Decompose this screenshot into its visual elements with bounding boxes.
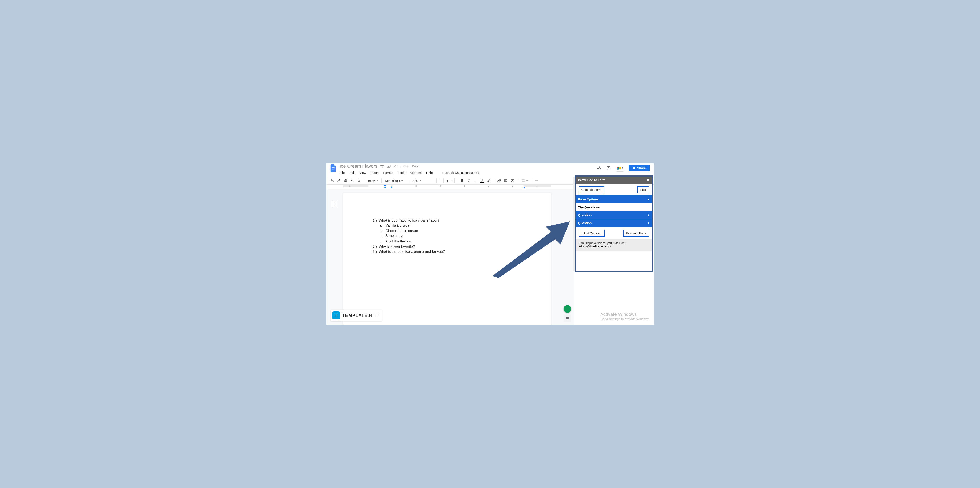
scrollbar-track[interactable]: [573, 176, 575, 271]
ruler-num: 4: [464, 185, 465, 187]
style-dropdown[interactable]: Normal text: [383, 179, 407, 183]
svg-point-11: [537, 180, 538, 181]
outline-toggle-icon[interactable]: [331, 201, 337, 207]
template-net-text: TEMPLATE.NET: [342, 313, 379, 318]
the-questions-label: The Questions: [576, 203, 652, 211]
footer-text: Can I improve this for you? Mail Me:: [579, 242, 625, 245]
form-options-section[interactable]: Form Options+: [576, 196, 652, 203]
indent-left-marker[interactable]: [384, 187, 386, 189]
star-icon[interactable]: [380, 164, 384, 168]
footer-email-link[interactable]: adons@livefiredev.com: [579, 245, 611, 248]
doc-line: b. Chocolate ice cream: [373, 228, 445, 234]
svg-point-10: [536, 180, 537, 181]
ruler-num: 3: [440, 185, 441, 187]
align-dropdown[interactable]: [520, 179, 529, 183]
separator: [531, 178, 531, 183]
menu-tools[interactable]: Tools: [398, 171, 405, 175]
addon-title: Better Doc To Form: [578, 178, 605, 182]
plus-icon: +: [648, 197, 649, 201]
underline-icon[interactable]: U: [473, 178, 478, 184]
close-icon[interactable]: ✕: [646, 178, 649, 183]
menu-bar: File Edit View Insert Format Tools Add-o…: [340, 169, 479, 175]
add-comment-icon[interactable]: [503, 178, 509, 184]
document-canvas: 1.) What is your favorite ice cream flav…: [326, 189, 574, 325]
separator: [494, 178, 494, 183]
title-bar: Ice Cream Flavors Saved to Drive File Ed…: [326, 163, 654, 177]
app-window: Ice Cream Flavors Saved to Drive File Ed…: [326, 163, 654, 325]
font-size-value[interactable]: 11: [444, 178, 450, 183]
font-dropdown[interactable]: Arial: [411, 179, 434, 183]
question-section-1[interactable]: Question+: [576, 211, 652, 219]
menu-edit[interactable]: Edit: [349, 171, 355, 175]
ruler-num: 1: [349, 185, 351, 187]
spellcheck-icon[interactable]: [349, 178, 355, 184]
bold-icon[interactable]: B: [459, 178, 465, 184]
help-button[interactable]: Help: [637, 186, 649, 193]
paint-format-icon[interactable]: [356, 178, 362, 184]
undo-icon[interactable]: [329, 178, 335, 184]
share-button[interactable]: Share: [629, 165, 650, 172]
svg-rect-0: [332, 167, 334, 168]
add-question-button[interactable]: + Add Question: [579, 230, 605, 237]
ruler[interactable]: 1 1 2 3 4 5 6 7: [326, 185, 574, 189]
doc-line: a. Vanilla ice cream: [373, 223, 445, 228]
page[interactable]: 1.) What is your favorite ice cream flav…: [343, 193, 551, 325]
template-net-badge: T TEMPLATE.NET: [331, 310, 382, 321]
question-section-2[interactable]: Question+: [576, 219, 652, 227]
separator: [436, 178, 437, 183]
addon-header: Better Doc To Form ✕: [576, 176, 652, 184]
activate-line2: Go to Settings to activate Windows: [600, 317, 649, 321]
svg-rect-5: [617, 167, 618, 168]
menu-view[interactable]: View: [360, 171, 366, 175]
insert-image-icon[interactable]: [510, 178, 515, 184]
plus-icon: +: [648, 221, 649, 225]
activate-line1: Activate Windows: [600, 312, 649, 317]
link-icon[interactable]: [496, 178, 502, 184]
svg-rect-6: [617, 168, 618, 169]
doc-line: 3.) What is the best ice cream brand for…: [373, 249, 445, 254]
docs-logo-icon[interactable]: [329, 164, 338, 173]
activate-windows-watermark: Activate Windows Go to Settings to activ…: [600, 312, 649, 321]
cloud-status: Saved to Drive: [394, 165, 419, 168]
doc-line: c. Strawberry: [373, 234, 445, 238]
decrease-font-icon[interactable]: −: [439, 179, 444, 183]
font-size-control[interactable]: − 11 +: [439, 178, 455, 183]
indent-right-marker[interactable]: [523, 187, 525, 189]
zoom-dropdown[interactable]: 100%: [366, 179, 379, 183]
svg-rect-7: [511, 180, 514, 182]
svg-rect-2: [332, 169, 334, 170]
document-title[interactable]: Ice Cream Flavors: [340, 164, 377, 169]
template-net-logo-icon: T: [332, 312, 340, 320]
ruler-num: 5: [488, 185, 489, 187]
feedback-icon[interactable]: [563, 315, 571, 322]
addon-sidebar: Better Doc To Form ✕ Generate Form Help …: [574, 175, 653, 272]
menu-help[interactable]: Help: [426, 171, 433, 175]
saved-text: Saved to Drive: [399, 165, 419, 168]
explore-fab-icon[interactable]: [563, 305, 571, 313]
indent-first-line-marker[interactable]: [384, 185, 386, 186]
doc-line: d. All of the flavors: [373, 238, 445, 244]
move-icon[interactable]: [387, 164, 391, 168]
doc-line: 2.) Why is it your favorite?: [373, 244, 445, 250]
meet-button[interactable]: [616, 165, 624, 172]
menu-file[interactable]: File: [340, 171, 345, 175]
generate-form-button[interactable]: Generate Form: [579, 186, 605, 193]
doc-line: 1.) What is your favorite ice cream flav…: [373, 218, 445, 223]
redo-icon[interactable]: [336, 178, 342, 184]
text-color-icon[interactable]: A: [479, 178, 485, 184]
activity-icon[interactable]: [597, 165, 601, 171]
more-icon[interactable]: [534, 178, 539, 184]
comments-icon[interactable]: [606, 165, 611, 171]
print-icon[interactable]: [343, 178, 348, 184]
last-edit-link[interactable]: Last edit was seconds ago: [442, 171, 479, 175]
menu-format[interactable]: Format: [383, 171, 393, 175]
plus-icon: +: [648, 213, 649, 217]
indent-hanging-marker[interactable]: [390, 187, 393, 189]
increase-font-icon[interactable]: +: [450, 179, 454, 183]
generate-form-button-2[interactable]: Generate Form: [623, 230, 649, 237]
menu-insert[interactable]: Insert: [371, 171, 379, 175]
italic-icon[interactable]: I: [466, 178, 472, 184]
highlight-icon[interactable]: [486, 178, 492, 184]
menu-addons[interactable]: Add-ons: [410, 171, 422, 175]
page-content[interactable]: 1.) What is your favorite ice cream flav…: [373, 218, 445, 254]
